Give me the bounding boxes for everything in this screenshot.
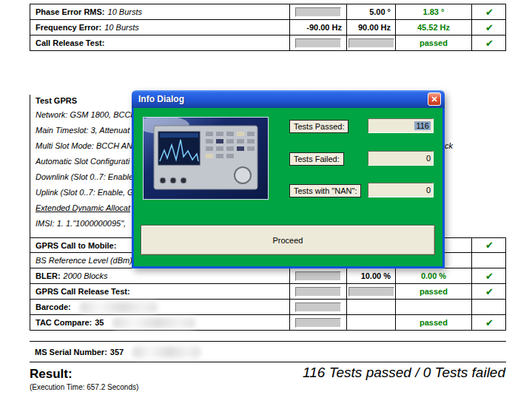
- min-limit-cell: [289, 268, 346, 283]
- pass-check-icon: ✔: [485, 240, 494, 251]
- section-title: Test GPRS: [36, 96, 77, 105]
- check-cell: ✔: [471, 238, 507, 252]
- ms-serial-label: MS Serial Number:: [35, 348, 107, 356]
- check-cell: ✔: [471, 315, 507, 330]
- result-cell: passed: [395, 36, 471, 50]
- check-cell: ✔: [471, 268, 507, 283]
- result-cell: [395, 300, 471, 314]
- max-limit-cell: [346, 300, 395, 314]
- tests-nan-value[interactable]: 0: [368, 183, 434, 197]
- check-cell: ✔: [471, 36, 507, 50]
- censored-serial-value: [132, 346, 201, 358]
- check-cell: ✔: [471, 284, 507, 299]
- test-label: BLER: 2000 Blocks: [30, 268, 289, 283]
- check-cell: [471, 253, 507, 268]
- test-label: Frequency Error: 10 Bursts: [30, 20, 289, 35]
- pass-check-icon: ✔: [485, 22, 494, 33]
- tests-passed-value[interactable]: 116: [368, 118, 434, 133]
- test-detail: 2000 Blocks: [64, 271, 108, 280]
- pass-check-icon: ✔: [485, 317, 494, 328]
- instrument-illustration: [144, 118, 268, 199]
- min-limit-cell: [289, 284, 346, 299]
- test-detail: 10 Bursts: [104, 23, 138, 32]
- result-cell: 45.52 Hz: [395, 20, 471, 35]
- disabled-field: [295, 7, 341, 17]
- test-name: Frequency Error:: [36, 23, 101, 32]
- disabled-field: [295, 271, 341, 281]
- dialog-body: Tests Passed: 116 Tests Failed: 0 Tests …: [132, 108, 445, 268]
- test-name: TAC Compare:: [36, 318, 92, 327]
- config-line: Network: GSM 1800, BCCH: [36, 110, 139, 119]
- tests-failed-label: Tests Failed:: [289, 152, 344, 166]
- pass-check-icon: ✔: [485, 271, 494, 282]
- test-detail: 10 Bursts: [108, 7, 142, 16]
- disabled-field: [349, 38, 394, 48]
- config-line: IMSI: 1. 1."1000000095",: [36, 219, 139, 228]
- tests-nan-label: Tests with "NAN":: [289, 184, 361, 197]
- table-row: Call Release Test: passed ✔: [30, 36, 506, 51]
- max-limit-cell: [346, 284, 395, 299]
- table-row: TAC Compare: 35 passed ✔: [30, 315, 506, 331]
- test-name: Phase Error RMS:: [36, 7, 105, 16]
- min-limit-cell: [289, 315, 346, 330]
- ms-serial-value-prefix: 357: [110, 348, 124, 356]
- check-cell: [471, 300, 507, 314]
- proceed-button[interactable]: Proceed: [141, 225, 435, 255]
- tests-failed-value[interactable]: 0: [368, 151, 434, 166]
- test-label: Call Release Test:: [30, 36, 289, 50]
- check-cell: ✔: [471, 20, 507, 35]
- disabled-field: [295, 302, 341, 312]
- censored-barcode-value: [80, 302, 158, 313]
- table-row: BLER: 2000 Blocks 10.00 % 0.00 % ✔: [30, 268, 506, 284]
- instrument-image: [143, 117, 269, 200]
- ms-serial-row: MS Serial Number: 357: [30, 341, 506, 362]
- config-line: Multi Slot Mode: BCCH AN: [36, 141, 139, 150]
- pass-check-icon: ✔: [485, 38, 494, 49]
- min-limit-cell: -90.00 Hz: [289, 20, 346, 35]
- test-name: BLER:: [36, 271, 61, 280]
- test-name: GPRS Call Release Test:: [36, 287, 130, 296]
- test-name: GPRS Call to Mobile:: [36, 241, 116, 250]
- min-limit-cell: [289, 4, 346, 19]
- dialog-title: Info Dialog: [138, 94, 428, 104]
- tests-nan-number: 0: [426, 186, 431, 195]
- tests-failed-number: 0: [426, 154, 431, 163]
- max-limit-cell: 5.00 °: [346, 4, 395, 19]
- censored-tac-value: [112, 317, 195, 328]
- check-cell: ✔: [471, 4, 507, 19]
- disabled-field: [295, 287, 341, 297]
- disabled-field: [349, 287, 394, 297]
- clipped-text-fragment: ck: [445, 141, 453, 150]
- min-limit-cell: [289, 300, 346, 314]
- test-label: Phase Error RMS: 10 Bursts: [30, 4, 289, 19]
- test-label: Barcode:: [30, 300, 289, 314]
- execution-time: (Execution Time: 657.2 Seconds): [30, 383, 138, 391]
- pass-check-icon: ✔: [485, 7, 494, 18]
- summary-text: 116 Tests passed / 0 Tests failed: [303, 365, 505, 381]
- result-cell: 1.83 °: [395, 4, 471, 19]
- max-limit-cell: 10.00 %: [346, 268, 395, 283]
- config-line: Uplink (Slot 0..7: Enable, G: [36, 188, 139, 197]
- close-icon: ✕: [431, 95, 437, 104]
- table-row: GPRS Call Release Test: passed ✔: [30, 284, 506, 300]
- tests-passed-number: 116: [414, 121, 431, 130]
- table-left-border: [30, 95, 30, 237]
- tests-passed-label: Tests Passed:: [289, 120, 349, 133]
- info-dialog: Info Dialog ✕: [132, 90, 445, 268]
- disabled-field: [295, 318, 341, 328]
- config-line: Downlink (Slot 0..7: Enable: [36, 172, 139, 181]
- test-name: Barcode:: [36, 302, 71, 311]
- max-limit-cell: [346, 315, 395, 330]
- test-report-page: Phase Error RMS: 10 Bursts 5.00 ° 1.83 °…: [0, 0, 532, 409]
- test-value-prefix: 35: [95, 318, 104, 327]
- dialog-titlebar[interactable]: Info Dialog ✕: [132, 90, 445, 108]
- config-line: Main Timeslot: 3, Attenuat: [36, 126, 139, 135]
- min-limit-cell: [289, 36, 346, 50]
- disabled-field: [295, 38, 341, 48]
- pass-check-icon: ✔: [485, 286, 494, 297]
- config-line: Automatic Slot Configurati: [36, 157, 139, 166]
- test-name: Call Release Test:: [36, 38, 104, 47]
- result-cell: passed: [395, 284, 471, 299]
- max-limit-cell: [346, 36, 395, 50]
- close-button[interactable]: ✕: [428, 92, 441, 106]
